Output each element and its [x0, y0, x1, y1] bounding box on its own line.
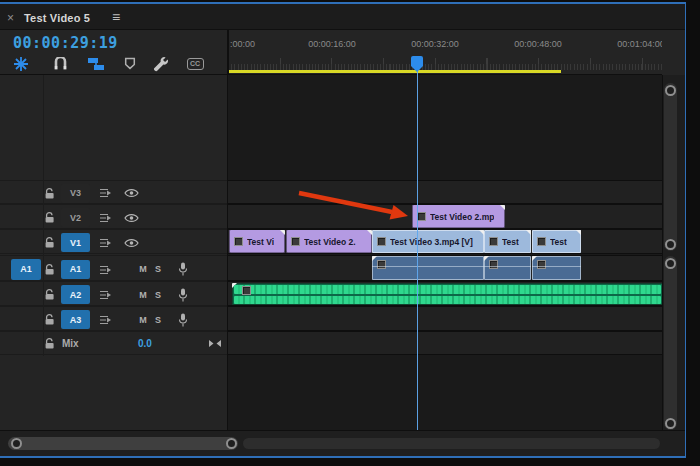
- toggle-track-output-eye-icon[interactable]: [124, 188, 139, 198]
- panel-focus-border-top: [0, 2, 686, 4]
- track-header-v2: V2: [0, 204, 227, 229]
- clip-v1-2[interactable]: Test Video 2.: [286, 230, 372, 253]
- track-target-a2[interactable]: A2: [61, 285, 90, 304]
- fx-badge: [537, 237, 546, 246]
- clip-a1-2-selected[interactable]: [484, 256, 531, 280]
- clip-a1-3-selected[interactable]: [532, 256, 581, 280]
- waveform-bottom-band: [234, 296, 661, 304]
- clip-label: Test: [502, 237, 519, 247]
- clip-v1-5-selected[interactable]: Test: [532, 230, 581, 253]
- video-tracks-scrollbar[interactable]: [664, 83, 677, 251]
- sync-lock-icon[interactable]: [99, 315, 112, 325]
- volume-rubber-band[interactable]: [532, 266, 581, 267]
- lock-icon[interactable]: [44, 211, 55, 224]
- voiceover-mic-icon[interactable]: [178, 262, 188, 276]
- mute-button[interactable]: M: [137, 290, 149, 300]
- timeline-track-area[interactable]: Test Video 2.mp Test Vi Test Video 2. Te…: [228, 75, 662, 430]
- sync-lock-icon[interactable]: [99, 290, 112, 300]
- clip-v2-test-video-2[interactable]: Test Video 2.mp: [412, 205, 505, 228]
- mix-volume-value[interactable]: 0.0: [138, 338, 152, 349]
- sync-lock-icon[interactable]: [99, 238, 112, 248]
- timeline-zoom-scrollbar[interactable]: [243, 438, 660, 449]
- track-target-a3[interactable]: A3: [61, 310, 90, 329]
- keyframe-nav-icon[interactable]: [208, 339, 222, 348]
- playhead-head[interactable]: [411, 56, 423, 66]
- clip-v1-4-selected[interactable]: Test: [484, 230, 531, 253]
- fx-badge: [489, 237, 498, 246]
- fx-badge: [417, 212, 426, 221]
- video-scrollbar-top-handle[interactable]: [665, 85, 676, 96]
- captions-button[interactable]: CC: [185, 55, 205, 72]
- audio-scrollbar-top-handle[interactable]: [665, 258, 676, 269]
- track-target-v3[interactable]: V3: [61, 184, 90, 203]
- lock-icon[interactable]: [44, 288, 55, 301]
- snap-magnet-icon: [53, 57, 68, 71]
- clip-label: Test Vi: [247, 237, 274, 247]
- track-target-v2[interactable]: V2: [61, 208, 90, 227]
- volume-rubber-band[interactable]: [484, 266, 531, 267]
- clip-v1-1[interactable]: Test Vi: [229, 230, 285, 253]
- toggle-track-output-eye-icon[interactable]: [124, 238, 139, 248]
- header-width-scrollbar[interactable]: [8, 437, 238, 450]
- lock-icon[interactable]: [44, 337, 55, 350]
- volume-rubber-band[interactable]: [372, 266, 484, 267]
- clip-label: Test Video 2.: [304, 237, 356, 247]
- mute-button[interactable]: M: [137, 264, 149, 274]
- nested-sequence-toggle[interactable]: [12, 55, 30, 72]
- fx-badge: [242, 286, 251, 295]
- track-target-v1[interactable]: V1: [61, 233, 90, 252]
- lock-icon[interactable]: [44, 313, 55, 326]
- work-area-bar[interactable]: [229, 70, 561, 73]
- audio-tracks-scrollbar[interactable]: [664, 256, 677, 430]
- solo-button[interactable]: S: [152, 290, 164, 300]
- clip-a1-1-selected[interactable]: [372, 256, 484, 280]
- close-panel-icon[interactable]: ×: [7, 12, 14, 24]
- lock-icon[interactable]: [44, 236, 55, 249]
- toggle-track-output-eye-icon[interactable]: [124, 213, 139, 223]
- snap-toggle[interactable]: [51, 55, 69, 72]
- premiere-timeline-panel: × Test Video 5 ≡ 00:00:29:19 CC: [0, 0, 700, 466]
- playhead-line[interactable]: [417, 66, 419, 452]
- add-marker-button[interactable]: [122, 55, 138, 72]
- panel-focus-border-bottom: [0, 456, 686, 458]
- solo-button[interactable]: S: [152, 315, 164, 325]
- lock-icon[interactable]: [44, 263, 55, 276]
- track-header-mix: Mix 0.0: [0, 331, 227, 355]
- timeline-track-a3[interactable]: [228, 306, 662, 331]
- mute-button[interactable]: M: [137, 315, 149, 325]
- time-ruler[interactable]: :00:00 00:00:16:00 00:00:32:00 00:00:48:…: [228, 30, 662, 75]
- media-end-notch: [576, 230, 581, 235]
- sequence-tab[interactable]: Test Video 5: [24, 12, 90, 24]
- fx-badge: [234, 237, 243, 246]
- track-target-a1[interactable]: A1: [61, 260, 90, 279]
- media-end-notch: [280, 230, 285, 235]
- fx-badge: [377, 237, 386, 246]
- sync-lock-icon[interactable]: [99, 188, 112, 198]
- timeline-settings-button[interactable]: [151, 55, 171, 72]
- track-header-column: V3 V2 V1: [0, 75, 227, 430]
- sync-lock-icon[interactable]: [99, 213, 112, 223]
- audio-scrollbar-bottom-handle[interactable]: [665, 418, 676, 429]
- video-scrollbar-bottom-handle[interactable]: [665, 239, 676, 250]
- clip-label: Test Video 2.mp: [430, 212, 494, 222]
- timeline-track-mix[interactable]: [228, 331, 662, 355]
- timeline-track-v3[interactable]: [228, 180, 662, 204]
- voiceover-mic-icon[interactable]: [178, 313, 188, 327]
- linked-selection-toggle[interactable]: [86, 55, 106, 72]
- header-scrollbar-left-handle[interactable]: [11, 438, 22, 449]
- lock-icon[interactable]: [44, 187, 55, 200]
- track-header-a1: A1 A1 M S: [0, 255, 227, 281]
- panel-menu-icon[interactable]: ≡: [112, 10, 120, 24]
- source-patch-a1[interactable]: A1: [11, 259, 41, 280]
- playhead-timecode[interactable]: 00:00:29:19: [13, 34, 118, 52]
- linked-selection-icon: [87, 57, 105, 71]
- sync-lock-icon[interactable]: [99, 265, 112, 275]
- solo-button[interactable]: S: [152, 264, 164, 274]
- voiceover-mic-icon[interactable]: [178, 288, 188, 302]
- track-header-a2: A2 M S: [0, 281, 227, 306]
- media-end-notch: [500, 205, 505, 210]
- clip-v1-3-selected[interactable]: Test Video 3.mp4 [V]: [372, 230, 484, 253]
- header-scrollbar-right-handle[interactable]: [226, 438, 237, 449]
- clip-a2-audio[interactable]: [232, 283, 662, 305]
- ruler-label: 00:01:04:00: [617, 39, 662, 49]
